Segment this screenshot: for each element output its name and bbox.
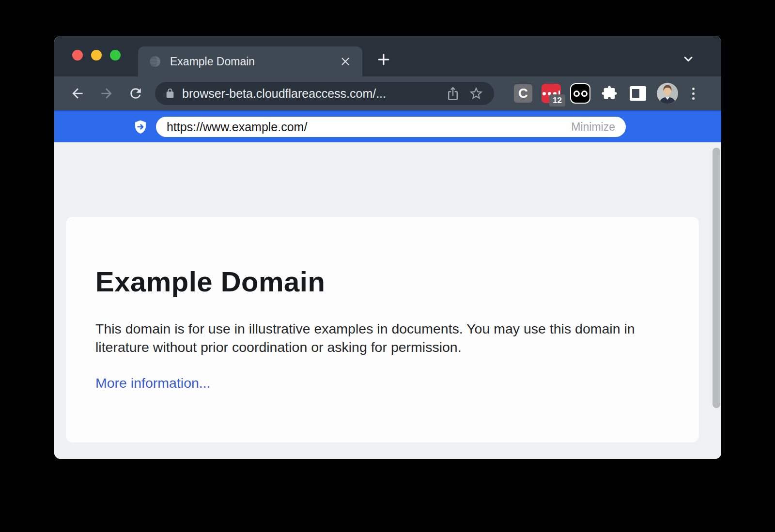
address-bar-url: browser-beta.cloudflareaccess.com/... [182, 87, 439, 101]
traffic-lights [72, 50, 121, 61]
desktop-backdrop: Example Domain [0, 0, 775, 532]
chevron-down-icon [682, 52, 695, 66]
page-card: Example Domain This domain is for use in… [66, 217, 699, 442]
arrow-forward-icon [99, 86, 114, 101]
side-panel-button[interactable] [628, 84, 648, 103]
tab-strip: Example Domain [54, 36, 721, 76]
close-window-button[interactable] [72, 50, 83, 61]
reload-button[interactable] [125, 83, 146, 104]
minimize-button[interactable]: Minimize [563, 121, 615, 134]
star-outline-icon [468, 86, 484, 101]
share-button[interactable] [444, 84, 462, 103]
forward-button[interactable] [96, 83, 117, 104]
arrow-back-icon [70, 86, 85, 101]
avatar-photo [657, 83, 678, 104]
reload-icon [128, 86, 143, 101]
tab-title: Example Domain [170, 55, 338, 68]
extensions-area: C 12 [514, 83, 699, 104]
browser-toolbar: browser-beta.cloudflareaccess.com/... C … [54, 76, 721, 110]
globe-favicon-icon [149, 55, 161, 68]
isolation-bar: https://www.example.com/ Minimize [54, 110, 721, 142]
extension-password-manager-icon[interactable]: 12 [542, 84, 561, 103]
page-paragraph: This domain is for use in illustrative e… [95, 320, 652, 357]
extensions-menu-button[interactable] [600, 84, 619, 103]
extension-badge: 12 [549, 94, 565, 106]
more-information-link[interactable]: More information... [95, 375, 211, 391]
page-heading: Example Domain [95, 265, 665, 298]
isolation-url-input[interactable]: https://www.example.com/ Minimize [156, 117, 626, 137]
side-panel-icon [630, 86, 646, 101]
browser-menu-button[interactable] [687, 83, 699, 104]
back-button[interactable] [67, 83, 88, 104]
shield-icon [133, 119, 148, 135]
page-viewport: Example Domain This domain is for use in… [54, 142, 721, 459]
isolation-url-text: https://www.example.com/ [167, 120, 563, 134]
extension-c-icon[interactable]: C [514, 84, 532, 103]
share-icon [446, 86, 460, 101]
browser-window: Example Domain [54, 36, 721, 459]
zoom-window-button[interactable] [110, 50, 121, 61]
scrollbar-thumb[interactable] [713, 148, 720, 408]
tab-close-icon[interactable] [338, 54, 353, 69]
tab-example-domain[interactable]: Example Domain [138, 46, 362, 76]
bookmark-button[interactable] [467, 84, 485, 103]
tab-search-button[interactable] [679, 48, 698, 70]
puzzle-icon [601, 85, 618, 102]
new-tab-button[interactable] [373, 49, 394, 70]
address-bar[interactable]: browser-beta.cloudflareaccess.com/... [155, 82, 494, 105]
minimize-window-button[interactable] [91, 50, 102, 61]
extension-eyes-icon[interactable] [570, 83, 590, 104]
lock-icon [165, 88, 175, 99]
plus-icon [376, 52, 391, 67]
profile-avatar[interactable] [657, 83, 678, 104]
